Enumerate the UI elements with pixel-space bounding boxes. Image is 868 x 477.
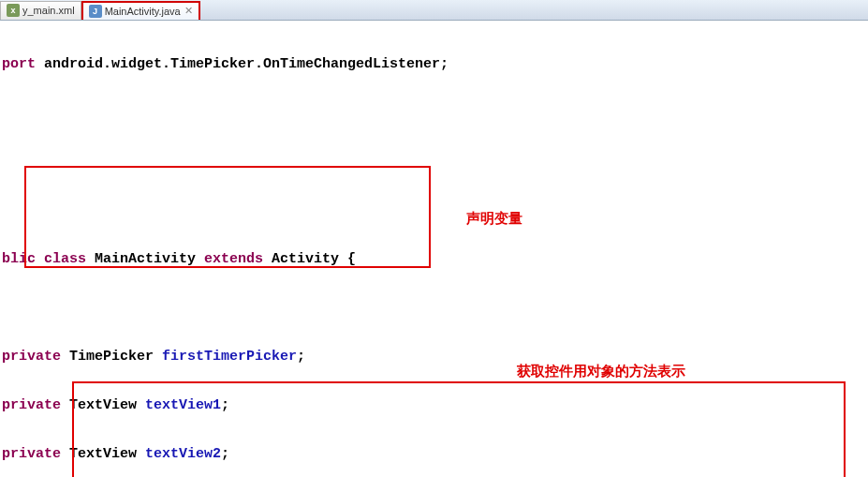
code-token: textView1 [145,394,221,418]
annotation-get-controls: 获取控件用对象的方法表示 [517,359,685,383]
code-token: TextView [69,394,145,418]
code-token: Activity { [272,247,356,272]
code-token: TimePicker [69,345,162,369]
code-token: firstTimerPicker [162,345,297,369]
tab-label-java: MainActivity.java [105,6,181,17]
tab-label-xml: y_main.xml [22,5,75,16]
code-token: port [2,52,44,77]
code-editor[interactable]: port android.widget.TimePicker.OnTimeCha… [0,21,868,477]
code-token: private [2,442,69,467]
code-token: MainActivity [95,247,204,272]
code-token: class [44,247,95,272]
code-token: private [2,345,69,369]
tab-xml[interactable]: x y_main.xml [0,1,81,20]
xml-file-icon: x [7,4,20,17]
java-file-icon: J [89,5,102,18]
close-icon[interactable]: ✕ [184,5,193,17]
code-token: extends [204,247,272,272]
code-token: android.widget.TimePicker.OnTimeChangedL… [44,52,449,77]
code-token: ; [297,345,305,369]
code-token: ; [221,394,229,418]
code-token: blic [2,247,44,272]
code-token: TextView [69,442,145,467]
tab-java[interactable]: J MainActivity.java ✕ [81,1,200,20]
code-token: textView2 [145,442,221,467]
code-token: private [2,394,69,418]
code-token: ; [221,442,229,467]
annotation-declare-variables: 声明变量 [466,206,522,231]
tab-bar: x y_main.xml J MainActivity.java ✕ [0,0,868,21]
